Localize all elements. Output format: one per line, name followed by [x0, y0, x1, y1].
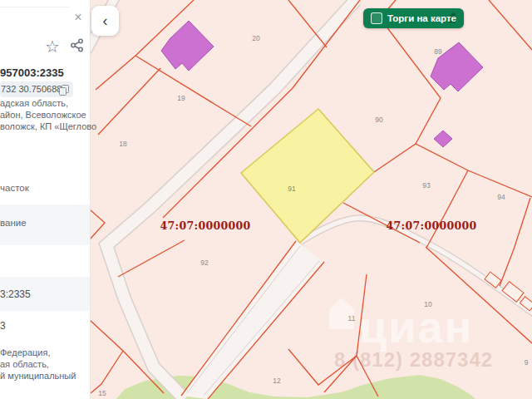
- watermark-brand: циан: [359, 302, 473, 352]
- full-address-line: Федерация,: [0, 347, 76, 358]
- address-block: адская область, айон, Всеволожское волож…: [0, 97, 96, 132]
- coordinates-value: 732 30.750688: [1, 84, 62, 94]
- coordinates-chip[interactable]: 732 30.750688: [0, 81, 73, 97]
- usage-section-label: вание: [0, 218, 27, 228]
- sidebar-collapse-button[interactable]: ‹: [91, 6, 119, 36]
- parcel-label: 19: [177, 94, 185, 102]
- object-type-value: часток: [0, 183, 29, 193]
- address-line: воложск, КП «Щеглово: [0, 121, 96, 132]
- torgi-checkbox[interactable]: [371, 12, 382, 24]
- parcel-label: 93: [422, 181, 431, 190]
- favorite-star-icon[interactable]: ☆: [45, 37, 60, 57]
- parcel-label: 18: [119, 140, 127, 148]
- cadastral-number-value: 3:2335: [0, 288, 31, 300]
- full-address-line: й муниципальный: [0, 370, 76, 382]
- address-line: адская область,: [0, 97, 96, 109]
- parcel-label: 90: [375, 116, 383, 124]
- parcel-label: 92: [200, 259, 209, 267]
- full-address-line: ая область,: [0, 358, 76, 370]
- parcel-label: 89: [434, 47, 442, 56]
- quarter-value: 3: [0, 320, 6, 332]
- address-line: айон, Всеволожское: [0, 109, 96, 121]
- quarter-label-left: 47:07:0000000: [160, 219, 251, 232]
- chevron-left-icon: ‹: [103, 12, 108, 30]
- torgi-button-label: Торги на карте: [387, 13, 456, 23]
- parcel-label: 15: [98, 389, 106, 397]
- parcel-label: 9: [525, 358, 529, 367]
- parcel-label: 94: [497, 193, 505, 201]
- share-icon[interactable]: [70, 38, 84, 56]
- parcel-label: 11: [348, 314, 356, 323]
- full-address-block: Федерация, ая область, й муниципальный: [0, 347, 76, 382]
- parcel-label: 12: [273, 377, 281, 385]
- sidebar-divider: [0, 7, 70, 7]
- quarter-label-right: 47:07:0000000: [387, 219, 477, 232]
- watermark-phone: 8 (812) 2887342: [334, 348, 493, 371]
- copy-icon[interactable]: [62, 85, 69, 93]
- close-icon[interactable]: ×: [71, 10, 86, 25]
- parcel-label: 20: [252, 34, 260, 42]
- cadastral-number-title: 957003:2335: [0, 66, 64, 79]
- usage-section-row[interactable]: вание: [0, 204, 90, 245]
- parcel-label-selected: 91: [288, 185, 296, 193]
- cadastral-map-app: циан 8 (812) 2887342 47:07:0000000 47:07…: [0, 0, 532, 399]
- parcel-label: 10: [424, 300, 432, 308]
- cadastral-number-row: 3:2335: [0, 277, 90, 311]
- torgi-toggle-button[interactable]: Торги на карте: [363, 8, 464, 28]
- info-sidebar: × ☆ 957003:2335 732 30.750688 адская обл…: [0, 0, 91, 399]
